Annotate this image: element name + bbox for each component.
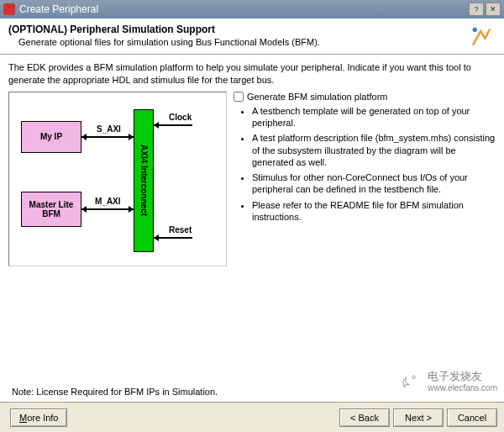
more-info-button[interactable]: More Info bbox=[10, 408, 67, 427]
generate-bfm-label: Generate BFM simulation platform bbox=[247, 92, 388, 102]
bullet-item: Please refer to the README file for BFM … bbox=[252, 199, 496, 224]
svg-point-1 bbox=[412, 376, 416, 379]
titlebar: Create Peripheral ? ✕ bbox=[0, 0, 504, 18]
bullet-item: A testbench template will be generated o… bbox=[252, 105, 496, 129]
back-button[interactable]: < Back bbox=[339, 408, 390, 427]
bullet-item: A test platform description file (bfm_sy… bbox=[252, 132, 496, 168]
generate-bfm-checkbox[interactable] bbox=[234, 92, 244, 102]
window-title: Create Peripheral bbox=[19, 3, 98, 15]
diagram-label-clock: Clock bbox=[169, 113, 192, 122]
content-area: The EDK provides a BFM simulation platfo… bbox=[0, 55, 504, 271]
generate-bfm-checkbox-row[interactable]: Generate BFM simulation platform bbox=[234, 92, 496, 102]
page-title: (OPTIONAL) Peripheral Simulation Support bbox=[8, 24, 496, 35]
info-bullets: A testbench template will be generated o… bbox=[234, 105, 496, 224]
help-button[interactable]: ? bbox=[469, 3, 484, 16]
wizard-icon bbox=[470, 25, 494, 49]
watermark-url: www.elecfans.com bbox=[428, 383, 497, 392]
next-button[interactable]: Next > bbox=[393, 408, 444, 427]
svg-point-0 bbox=[473, 28, 477, 32]
watermark-text: 电子发烧友 bbox=[428, 371, 497, 382]
diagram-label-s-axi: S_AXI bbox=[97, 124, 121, 134]
license-note: Note: License Required for BFM IPs in Si… bbox=[12, 387, 218, 397]
page-header: (OPTIONAL) Peripheral Simulation Support… bbox=[0, 18, 504, 54]
diagram-block-master-bfm: Master Lite BFM bbox=[21, 192, 81, 227]
app-icon bbox=[3, 3, 15, 15]
cancel-button[interactable]: Cancel bbox=[447, 408, 497, 427]
watermark: 电子发烧友 www.elecfans.com bbox=[399, 370, 497, 393]
diagram-label-reset: Reset bbox=[169, 225, 192, 234]
page-subtitle: Generate optional files for simulation u… bbox=[18, 37, 496, 47]
diagram-label-m-axi: M_AXI bbox=[95, 197, 121, 206]
diagram-interconnect: AXI4 Interconnect bbox=[134, 109, 154, 252]
wizard-footer: More Info < Back Next > Cancel bbox=[0, 402, 504, 432]
diagram-block-my-ip: My IP bbox=[21, 121, 81, 153]
diagram-panel: My IP Master Lite BFM AXI4 Interconnect … bbox=[8, 92, 227, 266]
options-column: Generate BFM simulation platform A testb… bbox=[234, 92, 496, 266]
bullet-item: Stimulus for other non-CoreConnect bus I… bbox=[252, 171, 496, 196]
close-button[interactable]: ✕ bbox=[486, 3, 501, 16]
intro-text: The EDK provides a BFM simulation platfo… bbox=[8, 61, 496, 87]
